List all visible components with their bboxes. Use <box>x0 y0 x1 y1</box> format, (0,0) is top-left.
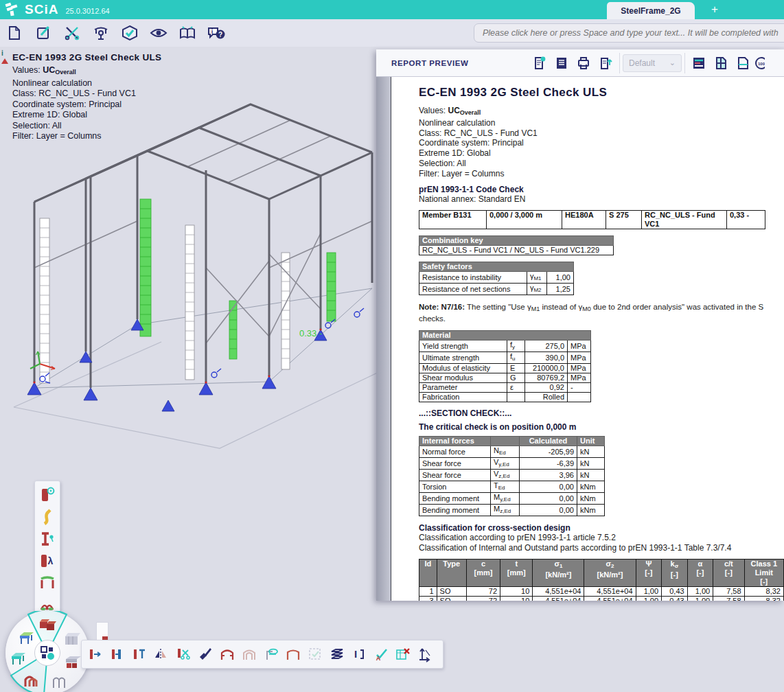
bricks-icon[interactable] <box>38 616 56 634</box>
report-values-line: Values: UCOverall <box>419 106 784 118</box>
portal-frame-icon[interactable] <box>282 643 304 666</box>
report-title: EC-EN 1993 2G Steel Check ULS <box>419 86 784 100</box>
insert-node-icon[interactable] <box>128 643 150 666</box>
red-arch-icon[interactable] <box>23 671 41 689</box>
svg-text:λ: λ <box>48 555 54 566</box>
fit-width-icon[interactable] <box>710 53 732 73</box>
svg-text:?: ? <box>218 31 222 38</box>
command-line-input[interactable] <box>474 23 784 43</box>
export-report-icon[interactable] <box>595 53 616 73</box>
connect-members-icon[interactable] <box>106 643 128 666</box>
print-icon[interactable] <box>573 53 595 73</box>
cross-section-icon[interactable] <box>37 528 58 550</box>
svg-text:100: 100 <box>758 62 765 66</box>
dimension-icon[interactable] <box>414 643 436 666</box>
check-model-icon[interactable] <box>115 21 144 45</box>
result-value-label: 0.33 - <box>299 328 322 338</box>
classification-table: Id Type c[mm] t[mm] σ1[kN/m²] σ2[kN/m²] … <box>419 559 784 601</box>
brand-name: SCiA <box>25 2 58 17</box>
radial-menu[interactable] <box>5 611 89 692</box>
app-version: 25.0.3012.64 <box>65 7 109 15</box>
member-summary-table: Member B131 0,000 / 3,000 m HE180A S 275… <box>419 210 765 229</box>
report-page: EC-EN 1993 2G Steel Check ULS Values: UC… <box>391 77 784 601</box>
curved-member-icon[interactable] <box>37 506 58 528</box>
text-cursor-icon[interactable]: I <box>348 643 370 666</box>
svg-text:I: I <box>354 648 357 660</box>
page-margin <box>376 77 391 601</box>
project-tab[interactable]: SteelFrame_2G <box>607 2 695 19</box>
center-grid-icon <box>40 645 55 660</box>
scia-logo-icon <box>4 2 22 17</box>
report-preview-panel: REPORT PREVIEW Default ⌄ 100 EC-EN 1993 … <box>376 49 784 601</box>
white-frames-icon[interactable] <box>51 673 69 691</box>
edit-icon[interactable] <box>29 21 58 45</box>
frame-layers-icon[interactable] <box>260 643 282 666</box>
insert-container-icon[interactable] <box>551 53 573 73</box>
material-table: Material Yield strengthfy275,0MPa Ultima… <box>419 330 591 402</box>
toolbar-separator <box>684 53 685 73</box>
member-settings-icon[interactable] <box>37 484 58 506</box>
haunch-icon[interactable] <box>37 572 58 594</box>
tools-icon[interactable] <box>58 21 87 45</box>
selection-box-icon[interactable] <box>304 643 326 666</box>
new-chapter-icon[interactable] <box>529 53 551 73</box>
layers-icon[interactable] <box>326 643 348 666</box>
process-toolbar: λ <box>34 481 60 622</box>
zoom-100-icon[interactable]: 100 <box>754 53 765 73</box>
radial-menu-center[interactable] <box>34 640 60 666</box>
note-line: Note: N7/16: The setting "Use γM1 instea… <box>419 302 784 314</box>
legend-title: EC-EN 1993 2G Steel Check ULS <box>12 52 161 62</box>
buckling-lambda-icon[interactable]: λ <box>37 550 58 572</box>
toolbar-separator <box>619 53 620 73</box>
info-icon[interactable]: i <box>1 49 10 67</box>
new-tab-button[interactable]: + <box>707 2 722 17</box>
report-style-dropdown[interactable]: Default ⌄ <box>623 54 682 72</box>
safety-factors-table: Safety factors Resistance to instability… <box>419 262 574 295</box>
cut-member-icon[interactable] <box>172 643 194 666</box>
internal-forces-table: Internal forcesCalculatedUnit Normal for… <box>419 436 605 516</box>
display-settings-icon[interactable] <box>688 53 710 73</box>
combination-key-table: Combination key RC_NC_ULS - Fund VC1 / N… <box>419 235 614 255</box>
check-style-icon[interactable]: A <box>370 643 392 666</box>
extend-member-icon[interactable] <box>84 643 106 666</box>
property-brush-icon[interactable] <box>194 643 216 666</box>
critical-check-line: The critical check is on position 0,000 … <box>419 422 784 432</box>
warning-triangle-icon <box>1 58 8 64</box>
classification-title: Classification for cross-section design <box>419 523 784 533</box>
svg-text:i: i <box>211 28 214 35</box>
code-check-title: prEN 1993-1-1 Code Check <box>419 185 784 194</box>
report-page-area[interactable]: EC-EN 1993 2G Steel Check ULS Values: UC… <box>376 77 784 601</box>
new-project-icon[interactable] <box>0 21 29 45</box>
svg-text:A: A <box>376 655 381 662</box>
fit-page-icon[interactable] <box>732 53 754 73</box>
frame-template-icon[interactable] <box>216 643 238 666</box>
view-eye-icon[interactable] <box>144 21 173 45</box>
chevron-down-icon: ⌄ <box>669 58 676 67</box>
help-icon[interactable]: i? <box>202 21 231 45</box>
slab-icon[interactable] <box>65 654 82 671</box>
mirror-icon[interactable] <box>150 643 172 666</box>
legend-values: Values: UCOverall <box>12 65 161 78</box>
supports-icon[interactable] <box>87 21 115 45</box>
report-preview-header: REPORT PREVIEW Default ⌄ 100 <box>376 49 784 77</box>
section-check-heading: ...::SECTION CHECK::... <box>419 408 784 418</box>
gray-cubes-icon[interactable] <box>63 630 81 648</box>
modify-toolbar: I A <box>81 640 443 669</box>
delete-table-icon[interactable] <box>392 643 414 666</box>
green-table-icon[interactable] <box>18 629 36 647</box>
national-annex: National annex: Standard EN <box>419 194 784 205</box>
teal-table-icon[interactable] <box>10 649 27 667</box>
frame-template-faded-icon[interactable] <box>238 643 260 666</box>
report-preview-title: REPORT PREVIEW <box>391 59 529 67</box>
library-book-icon[interactable] <box>173 21 202 45</box>
app-window: SCiA 25.0.3012.64 SteelFrame_2G + i? <box>0 0 784 692</box>
title-bar: SCiA 25.0.3012.64 SteelFrame_2G + <box>0 0 784 19</box>
